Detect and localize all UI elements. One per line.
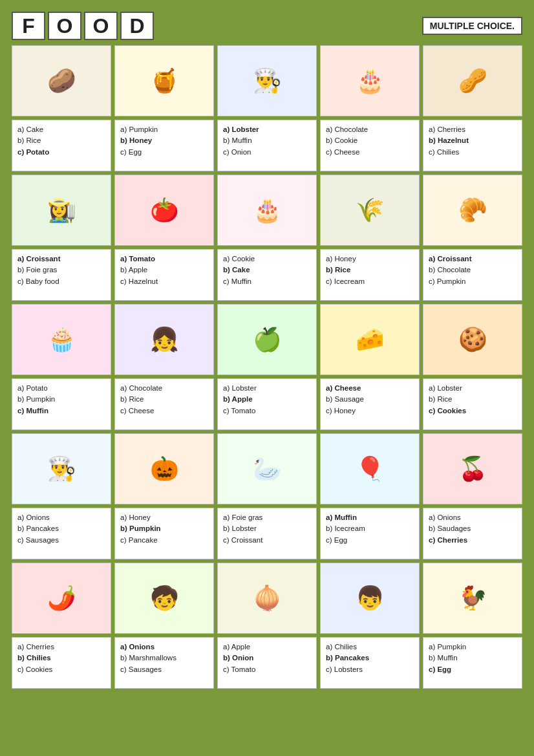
title-letter: D xyxy=(120,12,154,40)
food-image-rice-dish: 🌾 xyxy=(321,175,419,245)
answer-option: a) Cake xyxy=(17,124,43,135)
answer-option: b) Pumpkin xyxy=(17,394,55,405)
subtitle: MULTIPLE CHOICE. xyxy=(422,17,522,35)
answer-cell-3-2: a) Cookieb) Cakec) Muffin xyxy=(217,249,317,301)
answer-option: b) Marshmallows xyxy=(120,653,176,664)
food-image-onion: 🧅 xyxy=(218,563,316,633)
food-image-birthday-cake: 🎂 xyxy=(218,175,316,245)
title-letter: O xyxy=(84,12,118,40)
image-cell-0-3: 🎂 xyxy=(320,45,420,116)
answer-option: a) Honey xyxy=(120,512,151,523)
answer-option: a) Apple xyxy=(223,642,250,653)
image-cell-6-4: 🍒 xyxy=(423,433,522,504)
image-cell-4-4: 🍪 xyxy=(423,304,522,375)
header: FOOD MULTIPLE CHOICE. xyxy=(12,12,522,40)
answer-option: c) Chilies xyxy=(429,147,459,158)
answer-option: c) Egg xyxy=(429,664,451,675)
answer-option: c) Egg xyxy=(326,535,347,546)
answer-cell-7-2: a) Foie grasb) Lobsterc) Croissant xyxy=(217,508,317,559)
image-cell-0-1: 🍯 xyxy=(114,45,214,116)
food-image-chilies: 🌶️ xyxy=(12,563,111,633)
answer-option: c) Tomato xyxy=(223,664,255,675)
image-cell-8-4: 🐓 xyxy=(423,563,522,634)
answer-option: c) Lobsters xyxy=(326,664,363,675)
image-cell-4-0: 🧁 xyxy=(12,304,111,375)
image-cell-8-1: 🧒 xyxy=(114,563,214,634)
food-image-croissant: 🥐 xyxy=(423,175,522,245)
answer-option: b) Cookie xyxy=(326,135,358,146)
answer-option: c) Sausages xyxy=(17,535,59,546)
food-image-gingerbread-man: 🎂 xyxy=(321,46,419,116)
answer-option: b) Apple xyxy=(120,265,147,275)
food-image-child-with-food: 🧒 xyxy=(115,563,213,633)
food-image-honey-bee: 🍯 xyxy=(115,46,213,116)
food-image-girl-with-flowers: 👧 xyxy=(115,305,213,374)
answer-cell-9-0: a) Cherriesb) Chiliesc) Cookies xyxy=(12,637,111,689)
answer-cell-1-0: a) Cakeb) Ricec) Potato xyxy=(12,120,111,171)
answer-option: a) Chilies xyxy=(326,642,357,653)
answer-option: b) Cake xyxy=(223,265,250,275)
answer-option: c) Cherries xyxy=(429,535,467,546)
answer-cell-9-3: a) Chiliesb) Pancakesc) Lobsters xyxy=(320,637,420,689)
image-cell-4-2: 🍏 xyxy=(217,304,317,375)
answer-option: b) Chilies xyxy=(17,653,51,664)
answer-cell-1-1: a) Pumpkinb) Honeyc) Egg xyxy=(114,120,214,171)
answer-option: b) Pumpkin xyxy=(120,523,161,534)
answer-cell-3-4: a) Croissantb) Chocolatec) Pumpkin xyxy=(423,249,522,301)
answer-option: b) Rice xyxy=(17,135,41,146)
title-letter: F xyxy=(12,12,45,40)
answer-option: a) Onions xyxy=(429,512,461,523)
answer-cell-3-3: a) Honeyb) Ricec) Icecream xyxy=(320,249,420,301)
answer-option: b) Lobster xyxy=(223,523,257,534)
image-cell-6-1: 🎃 xyxy=(114,433,214,504)
answer-option: b) Muffin xyxy=(429,653,458,664)
answer-option: a) Chocolate xyxy=(120,383,162,394)
answer-option: a) Honey xyxy=(326,254,356,265)
answer-option: a) Cherries xyxy=(429,124,465,135)
answer-option: c) Pancake xyxy=(120,535,158,546)
answer-cell-5-0: a) Potatob) Pumpkinc) Muffin xyxy=(12,378,111,430)
image-cell-0-4: 🥜 xyxy=(423,45,522,116)
answer-cell-9-1: a) Onionsb) Marshmallowsc) Sausages xyxy=(114,637,214,689)
food-image-chef: 👨‍🍳 xyxy=(12,434,111,504)
answer-option: c) Egg xyxy=(120,147,142,158)
answer-option: c) Onion xyxy=(223,147,251,158)
answer-cell-9-4: a) Pumpkinb) Muffinc) Egg xyxy=(423,637,522,689)
food-image-potatoes: 🥔 xyxy=(12,46,111,116)
answer-option: b) Muffin xyxy=(223,135,252,146)
answer-cell-3-0: a) Croissantb) Foie grasc) Baby food xyxy=(12,249,111,301)
answer-option: c) Sausages xyxy=(120,664,162,675)
food-image-cookie-with-boy: 🍪 xyxy=(423,305,522,374)
answer-option: c) Hazelnut xyxy=(120,276,158,287)
answer-cell-5-4: a) Lobsterb) Ricec) Cookies xyxy=(423,378,522,430)
answer-cell-1-2: a) Lobsterb) Muffinc) Onion xyxy=(217,120,317,171)
image-cell-6-3: 🎈 xyxy=(320,433,420,504)
answer-option: a) Cookie xyxy=(223,254,255,265)
answer-option: b) Rice xyxy=(120,394,144,405)
answer-option: a) Croissant xyxy=(17,254,60,265)
answer-option: b) Onion xyxy=(223,653,253,664)
answer-cell-3-1: a) Tomatob) Applec) Hazelnut xyxy=(114,249,214,301)
answer-option: a) Foie gras xyxy=(223,512,262,523)
answer-option: c) Cookies xyxy=(429,405,466,416)
image-cell-2-3: 🌾 xyxy=(320,175,420,246)
answer-option: c) Cookies xyxy=(17,664,52,675)
answer-option: b) Sausage xyxy=(326,394,364,405)
answer-option: c) Cheese xyxy=(120,405,154,416)
answer-option: a) Chocolate xyxy=(326,124,368,135)
answer-option: a) Onions xyxy=(17,512,50,523)
answer-option: a) Croissant xyxy=(429,254,471,265)
image-cell-0-2: 👨‍🍳 xyxy=(217,45,317,116)
food-image-child-pancakes: 👦 xyxy=(321,563,419,633)
answer-cell-1-4: a) Cherriesb) Hazelnutc) Chilies xyxy=(423,120,522,171)
answer-option: b) Pancakes xyxy=(17,523,59,534)
food-image-pumpkin-boy: 🎃 xyxy=(115,434,213,504)
image-cell-6-2: 🦢 xyxy=(217,433,317,504)
food-image-chef-with-tray: 👨‍🍳 xyxy=(218,46,316,116)
answer-option: a) Cherries xyxy=(17,642,54,653)
food-image-rooster: 🐓 xyxy=(423,563,522,633)
image-cell-2-4: 🥐 xyxy=(423,175,522,246)
food-image-goose: 🦢 xyxy=(218,434,316,504)
answer-option: a) Onions xyxy=(120,642,155,653)
answer-cell-7-3: a) Muffinb) Icecreamc) Egg xyxy=(320,508,420,559)
